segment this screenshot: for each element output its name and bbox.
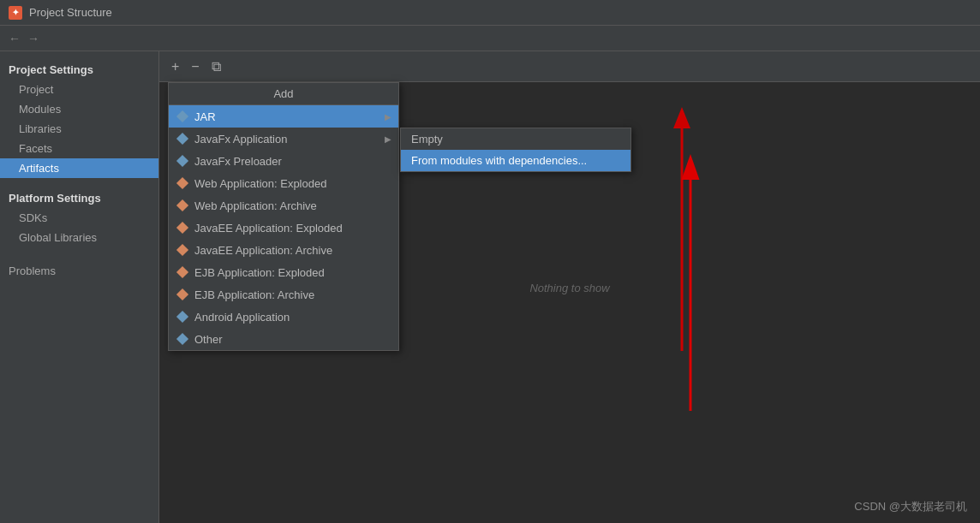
web-exploded-icon: [176, 176, 189, 190]
menu-item-other[interactable]: Other: [169, 328, 398, 350]
javafx-app-icon: [176, 132, 189, 146]
sidebar-item-facets[interactable]: Facets: [0, 139, 158, 158]
javafx-preloader-icon: [176, 154, 189, 168]
back-button[interactable]: ←: [9, 32, 21, 45]
sidebar-item-global-libraries[interactable]: Global Libraries: [0, 228, 158, 247]
sidebar-item-libraries[interactable]: Libraries: [0, 119, 158, 139]
menu-item-javaee-archive[interactable]: JavaEE Application: Archive: [169, 239, 398, 261]
add-menu: Add JAR ▶ Empty From modules with de: [168, 82, 399, 351]
sidebar-item-artifacts[interactable]: Artifacts: [0, 158, 158, 178]
jar-submenu: Empty From modules with dependencies...: [400, 128, 631, 172]
javaee-exploded-icon: [176, 221, 189, 235]
submenu-empty[interactable]: Empty: [401, 128, 630, 150]
copy-button[interactable]: ⧉: [208, 57, 224, 76]
project-settings-title: Project Settings: [0, 58, 158, 80]
javafx-app-arrow-icon: ▶: [385, 134, 391, 144]
menu-item-ejb-archive[interactable]: EJB Application: Archive: [169, 283, 398, 306]
nav-bar: ← →: [0, 26, 980, 51]
remove-button[interactable]: −: [188, 57, 202, 76]
ejb-exploded-icon: [176, 265, 189, 279]
menu-item-jar[interactable]: JAR ▶ Empty From modules with dependenci…: [169, 105, 398, 128]
other-icon: [176, 332, 189, 346]
content-area: + − ⧉ Add JAR ▶ Empty: [159, 51, 980, 523]
watermark: CSDN @大数据老司机: [854, 499, 967, 514]
dropdown-container: Add JAR ▶ Empty From modules with de: [168, 82, 399, 351]
no-items-text: Nothing to show: [529, 281, 609, 294]
sidebar-item-problems[interactable]: Problems: [0, 247, 158, 281]
menu-item-javaee-exploded[interactable]: JavaEE Application: Exploded: [169, 217, 398, 239]
web-archive-icon: [176, 199, 189, 212]
menu-item-android[interactable]: Android Application: [169, 306, 398, 328]
ejb-archive-icon: [176, 288, 189, 301]
menu-header: Add: [169, 83, 398, 105]
main-layout: Project Settings Project Modules Librari…: [0, 51, 980, 523]
javaee-archive-icon: [176, 243, 189, 257]
app-icon: ✦: [9, 6, 22, 20]
menu-item-web-exploded[interactable]: Web Application: Exploded: [169, 172, 398, 194]
android-icon: [176, 310, 189, 324]
platform-settings-title: Platform Settings: [0, 187, 158, 208]
title-bar: ✦ Project Structure: [0, 0, 980, 26]
sidebar-item-project[interactable]: Project: [0, 80, 158, 99]
jar-icon: [176, 110, 189, 123]
svg-marker-1: [673, 107, 690, 128]
menu-item-javafx-app[interactable]: JavaFx Application ▶: [169, 128, 398, 150]
forward-button[interactable]: →: [27, 32, 39, 45]
window-title: Project Structure: [29, 6, 112, 19]
toolbar: + − ⧉: [159, 51, 980, 82]
menu-item-ejb-exploded[interactable]: EJB Application: Exploded: [169, 261, 398, 283]
menu-item-javafx-preloader[interactable]: JavaFx Preloader: [169, 150, 398, 172]
add-button[interactable]: +: [168, 57, 182, 76]
submenu-from-modules[interactable]: From modules with dependencies...: [401, 150, 630, 171]
jar-arrow-icon: ▶: [385, 112, 391, 122]
red-arrow-icon: [622, 137, 793, 428]
sidebar-item-sdks[interactable]: SDKs: [0, 208, 158, 228]
sidebar: Project Settings Project Modules Librari…: [0, 51, 159, 523]
sidebar-item-modules[interactable]: Modules: [0, 99, 158, 119]
sidebar-divider: [0, 178, 158, 187]
menu-item-web-archive[interactable]: Web Application: Archive: [169, 194, 398, 217]
